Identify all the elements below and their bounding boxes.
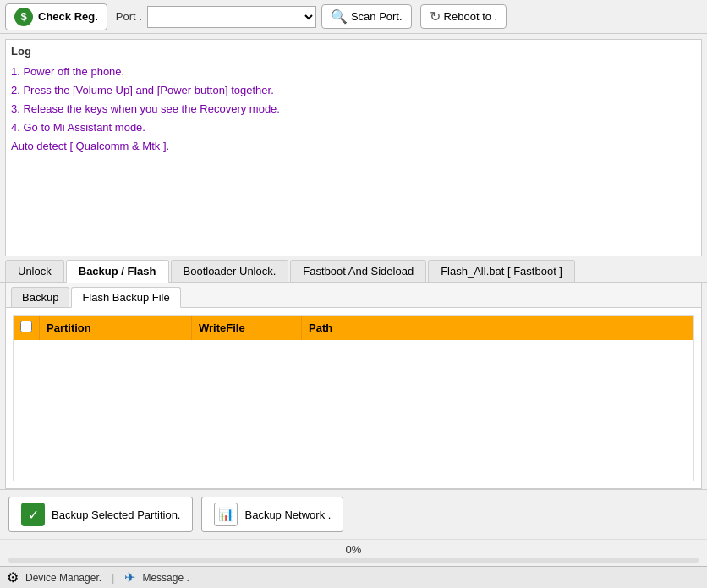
toolbar: $ Check Reg. Port . 🔍 Scan Port. ↻ Reboo…: [0, 0, 707, 34]
partition-table-container: Partition WriteFile Path: [13, 315, 694, 482]
sub-tab-flash-backup-file[interactable]: Flash Backup File: [71, 287, 180, 308]
device-manager-icon: ⚙: [7, 569, 19, 585]
port-label: Port .: [116, 10, 142, 23]
progress-percent: 0%: [346, 543, 362, 556]
message-text: Message .: [142, 572, 189, 584]
reboot-icon: ↻: [430, 8, 441, 25]
backup-selected-label: Backup Selected Partition.: [52, 508, 180, 521]
partition-table: Partition WriteFile Path: [14, 316, 693, 340]
sub-tab-backup[interactable]: Backup: [11, 287, 69, 307]
scan-port-button[interactable]: 🔍 Scan Port.: [321, 4, 412, 29]
search-icon: 🔍: [331, 8, 348, 25]
port-select[interactable]: [147, 6, 316, 28]
log-title: Log: [11, 45, 696, 58]
writefile-header: WriteFile: [192, 316, 302, 340]
main-tab-unlock[interactable]: Unlock: [5, 260, 64, 282]
path-header: Path: [302, 316, 693, 340]
backup-selected-button[interactable]: ✓ Backup Selected Partition.: [8, 497, 193, 532]
progress-area: 0%: [0, 539, 707, 566]
progress-track: [8, 558, 699, 563]
partition-header: Partition: [40, 316, 192, 340]
status-bar: ⚙ Device Manager. | ✈ Message .: [0, 566, 707, 588]
message-icon: ✈: [124, 569, 135, 585]
separator: |: [112, 571, 114, 584]
checkbox-header: [14, 316, 40, 340]
device-manager-text: Device Manager.: [25, 572, 101, 584]
backup-network-button[interactable]: 📊 Backup Network .: [201, 497, 343, 532]
chart-icon: 📊: [214, 503, 238, 526]
main-tab-bootloader-unlock.[interactable]: Bootloader Unlock.: [171, 260, 289, 282]
main-tab-flash_all.bat-[-fastboot-][interactable]: Flash_All.bat [ Fastboot ]: [428, 260, 575, 282]
sub-tab-bar: BackupFlash Backup File: [6, 283, 701, 308]
log-content: 1. Power off the phone.2. Press the [Vol…: [11, 63, 696, 156]
check-reg-label: Check Reg.: [38, 10, 98, 23]
main-tab-fastboot-and-sideload[interactable]: Fastboot And Sideload: [290, 260, 426, 282]
bottom-buttons: ✓ Backup Selected Partition. 📊 Backup Ne…: [0, 489, 707, 539]
reboot-button[interactable]: ↻ Reboot to .: [420, 4, 507, 29]
dollar-icon: $: [14, 8, 33, 26]
select-all-checkbox[interactable]: [20, 321, 32, 332]
main-tab-bar: UnlockBackup / FlashBootloader Unlock.Fa…: [0, 260, 707, 283]
reboot-label: Reboot to .: [444, 10, 498, 23]
table-header-row: Partition WriteFile Path: [14, 316, 693, 340]
checkmark-icon: ✓: [21, 503, 45, 526]
check-reg-button[interactable]: $ Check Reg.: [5, 3, 107, 30]
backup-network-label: Backup Network .: [244, 508, 331, 521]
sub-panel: BackupFlash Backup File Partition WriteF…: [5, 283, 702, 490]
log-section: Log 1. Power off the phone.2. Press the …: [5, 39, 702, 256]
main-tab-backup-/-flash[interactable]: Backup / Flash: [66, 260, 169, 283]
scan-port-label: Scan Port.: [351, 10, 403, 23]
